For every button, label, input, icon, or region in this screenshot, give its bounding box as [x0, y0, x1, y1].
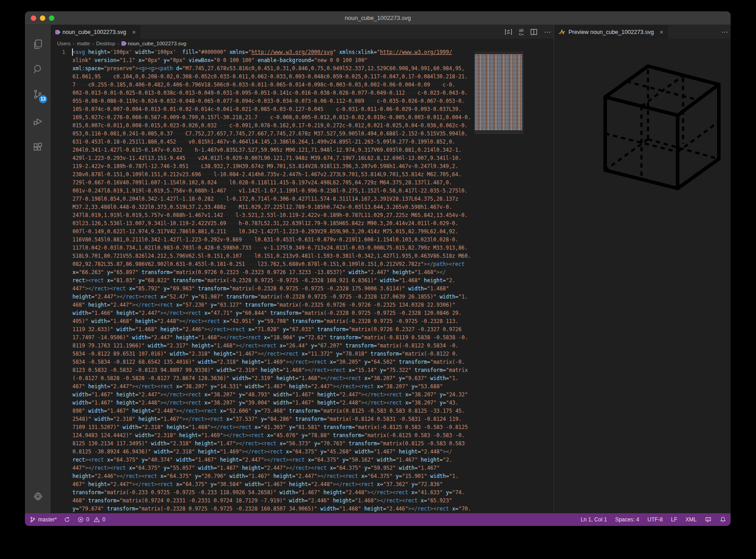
warning-count: 0 — [102, 516, 106, 523]
minimap-content — [475, 54, 522, 130]
search-icon — [32, 63, 44, 75]
code-line: 8125·130.2134·117.3495)"·width="2.318"·h… — [72, 439, 471, 448]
code-line: 03l23.126,5.536l-13.007,9.341l-10.119-2.… — [72, 219, 471, 227]
code-line: x="66.263"·y="65.897"·transform="matrix(… — [72, 268, 471, 276]
editor-actions: abc↵ ⋯ — [505, 25, 551, 39]
code-line: 8123·0.5832·-0.5832·-0.8123·94.8897·99.9… — [72, 366, 471, 374]
code-line: 898"·width="1.467"·height="2.448"></rect… — [72, 407, 471, 415]
sidebar-item-search[interactable] — [25, 58, 51, 81]
tab-label: noun_cube_1002273.svg — [63, 29, 126, 35]
eol-status[interactable]: LF — [671, 516, 677, 523]
code-line: 119-2.422v-0.189h-0.787l-12.746-3.051···… — [72, 162, 471, 170]
git-branch-status[interactable]: master* — [29, 516, 57, 523]
cursor-position-status[interactable]: Ln 1, Col 1 — [581, 516, 607, 523]
breadcrumb-users[interactable]: Users — [57, 41, 71, 46]
close-tab-icon[interactable]: × — [132, 29, 135, 36]
minimap[interactable] — [475, 48, 524, 513]
code-line: 61.061,95····c0.104,0,0.208-0.02,0.308-0… — [72, 72, 471, 81]
code-line: 007l-0.149,0.622l-12.974,9.317V42.786l0.… — [72, 227, 471, 236]
cube-preview-image — [595, 59, 731, 195]
code-line: 631-0.453l-0.18-0.251l1.886,0.452····v0.… — [72, 138, 471, 146]
code-line: 055-0.08-0.086-0.119c-0.024-0.032-0.048-… — [72, 97, 471, 105]
code-line: 467"·height="2.447"></rect><rect·x="64.3… — [72, 480, 471, 488]
encoding-status[interactable]: UTF-8 — [647, 516, 663, 523]
feedback-icon[interactable] — [705, 516, 712, 523]
code-line: 2548)"·width="2.318"·height="1.467"></re… — [72, 415, 471, 423]
code-line: 17.7497·-14.9506)"·width="2.447"·height=… — [72, 333, 471, 342]
problems-status[interactable]: 0 0 — [77, 516, 105, 523]
code-line: 468"·height="2.447"></rect><rect·x="57.2… — [72, 301, 471, 309]
code-line: 105-0.074c-0.007-0.004-0.013-0.01-0.02-0… — [72, 105, 471, 113]
code-line: 468"·transform="matrix(0.9724·0.2331·-0.… — [72, 496, 471, 505]
code-line: 082,92.782L35.87,86.986V62.902l0.631-0.4… — [72, 260, 471, 268]
code-line: 053,0.116-0.081,0.241-0.085,0.37····C7.7… — [72, 130, 471, 138]
code-line: 015,0.007c-0.011,0.008-0.015,0.023-0.026… — [72, 121, 471, 130]
breadcrumb-file[interactable]: noun_cube_1002273.svg — [128, 41, 186, 46]
code-line: 429l-1.223-0.293v-11.42l13.151-9.445····… — [72, 154, 471, 162]
chevron-right-icon: › — [117, 41, 119, 46]
preview-tab-bar: Preview noun_cube_1002273.svg × ⋯ — [554, 25, 731, 39]
code-line: height="2.447"></rect><rect·x="52.47"·y=… — [72, 293, 471, 301]
line-number: 1 — [51, 48, 65, 56]
code-line: 5834·-0.5834·-0.8122·68.6542·135.4016)"·… — [72, 358, 471, 366]
sync-icon — [64, 516, 70, 523]
more-actions-icon[interactable]: ⋯ — [721, 28, 728, 36]
code-line: transform="matrix(-0.233·0.9725·-0.9725·… — [72, 488, 471, 496]
code-line: 0.8125·-30.8924·46.9436)"·width="2.318"·… — [72, 448, 471, 456]
tab-noun-cube-svg[interactable]: noun_cube_1002273.svg × — [51, 25, 141, 39]
extensions-icon — [32, 142, 44, 154]
code-line: rect><rect·x="64.375"·y="40.374"·width="… — [72, 456, 471, 464]
code-line: width="1.466"·height="2.447"></rect><rec… — [72, 309, 471, 317]
git-branch-icon — [29, 516, 36, 523]
warning-icon — [93, 516, 100, 523]
code-line: 117l0.042-0.03l0.734,1.021l0.983-0.703l-… — [72, 244, 471, 252]
code-line: 7109·131.5207)"·width="2.318"·height="1.… — [72, 423, 471, 431]
settings-button[interactable] — [25, 485, 51, 508]
code-line: <svg·height='100px'·width='100px'··fill=… — [72, 48, 471, 56]
code-line: height="2.446"></rect><rect·x="64.375"·y… — [72, 472, 471, 480]
sidebar-item-source-control[interactable]: 13 — [25, 83, 51, 106]
run-debug-icon — [32, 116, 44, 127]
language-mode-status[interactable]: XML — [685, 516, 697, 523]
split-editor-icon[interactable] — [530, 28, 538, 36]
title-bar: noun_cube_1002273.svg — [25, 11, 731, 25]
code-line: xml:space="preserve"><g><g><path·d="M7.7… — [72, 64, 471, 72]
code-line: 204l0.341-1.427l-0.615-0.147v-0.632····h… — [72, 146, 471, 154]
status-bar: master* 0 0 Ln 1, Col 1 Spaces: 4 — [25, 513, 731, 526]
svg-preview-icon — [559, 29, 565, 35]
code-line: rect><rect·x="81.03"·y="68.822"·transfor… — [72, 276, 471, 284]
code-line: M37.2,33.488l0.448-0.322l0.373,0.519L37.… — [72, 203, 471, 211]
breadcrumb-matte[interactable]: matte — [77, 41, 90, 46]
code-line: 447"></rect><rect·x="85.792"·y="69.963"·… — [72, 284, 471, 293]
error-count: 0 — [86, 516, 89, 523]
source-control-badge: 13 — [39, 95, 47, 103]
tab-svg-preview[interactable]: Preview noun_cube_1002273.svg × — [554, 25, 668, 39]
files-icon — [32, 39, 44, 50]
code-editor[interactable]: 1 <svg·height='100px'·width='100px'··fil… — [51, 48, 554, 513]
vscode-window: noun_cube_1002273.svg 13 — [25, 11, 731, 526]
more-actions-icon[interactable]: ⋯ — [544, 28, 551, 36]
notifications-bell-icon[interactable] — [720, 516, 726, 523]
code-line: width="1.467"·height="2.448"></rect><rec… — [72, 399, 471, 407]
code-line: xlink"·version="1.1"·x="0px"·y="0px"·vie… — [72, 56, 471, 64]
sidebar-item-explorer[interactable] — [25, 33, 51, 56]
breadcrumb-desktop[interactable]: Desktop — [96, 41, 115, 46]
sidebar-item-run-and-debug[interactable] — [25, 110, 51, 133]
sidebar-item-extensions[interactable] — [25, 136, 51, 159]
sync-changes-button[interactable] — [64, 516, 70, 523]
code-line: 405)"·width="1.468"·height="2.448"></rec… — [72, 317, 471, 325]
activity-bar: 13 — [25, 25, 51, 513]
window-title: noun_cube_1002273.svg — [25, 11, 731, 25]
code-lines: <svg·height='100px'·width='100px'··fill=… — [72, 48, 471, 513]
indentation-status[interactable]: Spaces: 4 — [615, 516, 639, 523]
code-line: 001v-0.247l8.019,1.919l-8.019,5.756v-0.0… — [72, 187, 471, 195]
close-preview-tab-icon[interactable]: × — [660, 29, 663, 36]
svg-file-icon — [55, 30, 59, 34]
open-changes-icon[interactable] — [505, 28, 512, 36]
word-wrap-icon[interactable]: abc↵ — [519, 29, 524, 36]
code-line: 238v0.878l-0.151,0.109l0.151,0.212v23.69… — [72, 170, 471, 178]
code-line: 518L9.701,80.721V55.826l24.212,5.796V62.… — [72, 252, 471, 260]
code-line: 1119·32.633)"·width="1.468"·height="2.44… — [72, 325, 471, 333]
gear-icon — [32, 491, 44, 502]
chevron-right-icon: › — [92, 41, 94, 46]
